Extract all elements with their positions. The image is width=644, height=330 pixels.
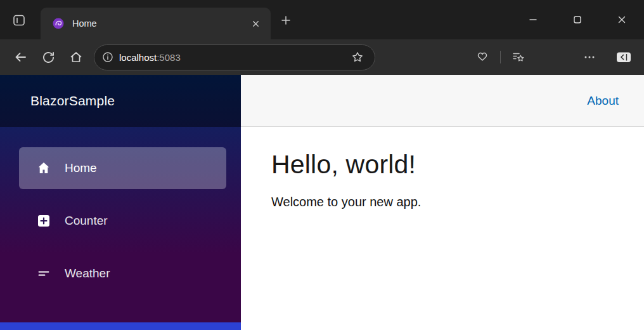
toolbar-right-icons [472,46,635,68]
tab-title: Home [72,18,248,29]
brand-row: BlazorSample [0,75,241,127]
sidebar-item-counter[interactable]: Counter [19,200,226,242]
sidebar-toggle-icon[interactable] [612,46,635,68]
main-top-row: About [241,75,644,127]
browser-titlebar: Home [0,0,644,39]
url-text: localhost:5083 [119,52,348,63]
window-controls [511,0,644,39]
close-button[interactable] [600,0,644,39]
blazor-favicon-icon [52,17,65,30]
app-sidebar: BlazorSample Home Counter [0,75,241,330]
page-title: Hello, world! [271,150,614,180]
about-link[interactable]: About [587,94,619,108]
minimize-button[interactable] [511,0,555,39]
browser-toolbar: localhost:5083 [0,39,644,75]
browser-window: Home [0,0,644,330]
article: Hello, world! Welcome to your new app. [241,127,644,209]
sidebar-item-label: Counter [65,214,108,228]
browser-essentials-icon[interactable] [472,46,493,68]
url-port: :5083 [157,52,181,63]
new-tab-button[interactable] [276,11,295,30]
sidebar-item-home[interactable]: Home [19,147,226,189]
tab-actions-icon[interactable] [10,11,28,29]
address-bar[interactable]: localhost:5083 [94,44,375,70]
home-icon[interactable] [62,44,90,70]
url-host: localhost [119,52,157,63]
toolbar-divider [500,51,501,63]
sidebar-item-weather[interactable]: Weather [19,253,226,294]
page-content: BlazorSample Home Counter [0,75,644,330]
browser-tab[interactable]: Home [41,8,271,39]
back-icon[interactable] [6,44,34,70]
sidebar-item-label: Home [65,161,97,175]
main-content: About Hello, world! Welcome to your new … [241,75,644,330]
list-icon [36,266,51,281]
sidebar-nav: Home Counter Weather [0,127,241,294]
tab-close-icon[interactable] [248,16,263,31]
plus-square-icon [36,213,51,228]
house-icon [36,161,51,176]
maximize-button[interactable] [555,0,600,39]
favorites-icon[interactable] [508,46,529,68]
site-info-icon[interactable] [102,51,113,63]
welcome-text: Welcome to your new app. [271,195,614,209]
sidebar-item-label: Weather [65,267,110,280]
app-brand[interactable]: BlazorSample [30,93,115,109]
more-options-icon[interactable] [579,46,600,68]
favorite-star-icon[interactable] [348,48,367,67]
sidebar-bottom-strip [0,322,241,330]
reload-icon[interactable] [34,44,62,70]
